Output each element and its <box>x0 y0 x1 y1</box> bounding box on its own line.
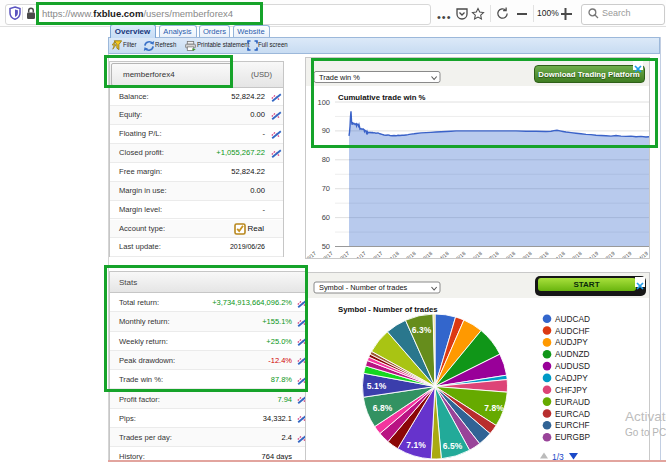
svg-text:12/17: 12/17 <box>370 250 384 258</box>
svg-text:10/18: 10/18 <box>536 250 550 258</box>
svg-text:2/19: 2/19 <box>604 250 616 258</box>
svg-text:6.8%: 6.8% <box>373 403 393 413</box>
svg-text:1/19: 1/19 <box>588 250 600 258</box>
svg-text:EURGBP: EURGBP <box>555 432 591 442</box>
svg-text:10/17: 10/17 <box>337 250 351 258</box>
svg-text:7/18: 7/18 <box>488 250 500 258</box>
svg-text:60: 60 <box>322 213 330 222</box>
svg-text:1/18: 1/18 <box>389 250 401 258</box>
svg-text:AUDUSD: AUDUSD <box>555 361 590 371</box>
svg-text:9/17: 9/17 <box>322 250 334 258</box>
svg-text:7.1%: 7.1% <box>406 440 426 450</box>
svg-text:4/18: 4/18 <box>438 250 450 258</box>
svg-text:EURCHF: EURCHF <box>555 420 590 430</box>
svg-text:70: 70 <box>322 184 330 193</box>
svg-text:CADJPY: CADJPY <box>555 372 588 382</box>
svg-text:5/18: 5/18 <box>455 250 467 258</box>
svg-text:7.8%: 7.8% <box>484 402 504 412</box>
svg-text:11/17: 11/17 <box>353 250 367 258</box>
svg-text:Symbol - Number of trades: Symbol - Number of trades <box>319 283 408 292</box>
svg-text:3/18: 3/18 <box>422 250 434 258</box>
svg-text:6.3%: 6.3% <box>412 325 432 335</box>
svg-text:6/18: 6/18 <box>472 250 484 258</box>
svg-text:50: 50 <box>322 242 330 251</box>
svg-text:2/18: 2/18 <box>405 250 417 258</box>
svg-text:AUDJPY: AUDJPY <box>555 337 588 347</box>
svg-text:AUDCHF: AUDCHF <box>555 325 590 335</box>
svg-text:8/18: 8/18 <box>505 250 517 258</box>
svg-text:CHFJPY: CHFJPY <box>555 384 588 394</box>
svg-text:4/19: 4/19 <box>638 250 649 258</box>
svg-text:8/17: 8/17 <box>306 250 317 258</box>
svg-text:AUDNZD: AUDNZD <box>555 349 590 359</box>
svg-text:11/18: 11/18 <box>553 250 567 258</box>
svg-text:80: 80 <box>322 155 330 164</box>
svg-text:9/18: 9/18 <box>521 250 533 258</box>
svg-text:3/19: 3/19 <box>621 250 633 258</box>
svg-text:EURAUD: EURAUD <box>555 396 590 406</box>
svg-text:6.5%: 6.5% <box>443 441 463 451</box>
svg-text:12/18: 12/18 <box>569 250 583 258</box>
svg-text:5.1%: 5.1% <box>367 381 387 391</box>
svg-text:EURCAD: EURCAD <box>555 408 590 418</box>
svg-text:AUDCAD: AUDCAD <box>555 313 590 323</box>
svg-text:Symbol - Number of trades: Symbol - Number of trades <box>338 304 438 313</box>
